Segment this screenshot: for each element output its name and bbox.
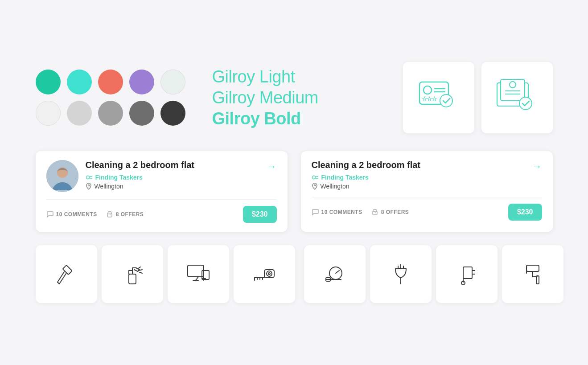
job-card-1-title: Cleaning a 2 bedroom flat (86, 160, 260, 170)
svg-point-18 (312, 176, 315, 179)
font-medium-label: Gilroy Medium (212, 88, 318, 107)
color-palette (36, 70, 185, 126)
job-card-2-status-text: Finding Taskers (321, 174, 369, 181)
icon-card-envelope (481, 62, 553, 133)
job-card-2-location-text: Wellington (321, 183, 350, 190)
color-circle-6 (67, 101, 92, 126)
svg-line-29 (140, 272, 142, 273)
job-card-1-offers: 8 OFFERS (106, 211, 144, 218)
svg-point-38 (268, 273, 270, 275)
job-card-2: Cleaning a 2 bedroom flat Finding Tasker… (301, 151, 553, 232)
job-card-1-location-text: Wellington (95, 183, 123, 190)
svg-point-14 (86, 176, 89, 179)
job-card-2-offers: 8 OFFERS (371, 209, 409, 216)
svg-rect-53 (463, 267, 472, 279)
icon-monitor (168, 245, 229, 303)
svg-rect-61 (536, 276, 539, 284)
job-card-1-location: Wellington (86, 183, 260, 190)
svg-point-5 (440, 94, 452, 107)
color-circle-5 (36, 101, 61, 126)
color-circle-3 (129, 70, 154, 94)
font-light-label: Gilroy Light (212, 67, 318, 86)
svg-point-1 (424, 86, 432, 94)
svg-line-32 (196, 277, 198, 280)
color-circle-8 (129, 101, 154, 126)
icon-hammer (36, 245, 97, 303)
svg-rect-30 (188, 265, 204, 277)
color-circle-1 (67, 70, 92, 94)
icon-grid-section (36, 245, 553, 303)
icon-tape-measure (234, 245, 295, 303)
svg-line-25 (59, 274, 66, 284)
svg-line-45 (336, 271, 339, 273)
color-circle-2 (98, 70, 123, 94)
job-card-1-top: Cleaning a 2 bedroom flat Finding Tasker… (46, 160, 277, 192)
job-card-2-bottom: 10 COMMENTS 8 OFFERS $230 (312, 197, 542, 221)
color-circle-7 (98, 101, 123, 126)
icon-plug (370, 245, 432, 303)
top-section: Gilroy Light Gilroy Medium Gilroy Bold ★… (36, 62, 553, 133)
icon-group-1 (36, 245, 295, 303)
job-card-1-status: Finding Taskers (86, 174, 260, 181)
job-card-1-status-text: Finding Taskers (95, 174, 143, 181)
job-card-2-info: Cleaning a 2 bedroom flat Finding Tasker… (312, 160, 525, 190)
icon-group-2 (304, 245, 563, 303)
job-card-2-title: Cleaning a 2 bedroom flat (312, 160, 525, 170)
svg-line-23 (58, 272, 64, 282)
job-card-1-bottom: 10 COMMENTS 8 OFFERS $230 (46, 199, 277, 223)
svg-point-11 (519, 97, 532, 110)
color-circle-0 (36, 70, 61, 94)
job-card-1-arrow[interactable]: → (267, 161, 277, 172)
icon-pressure-gauge (304, 245, 366, 303)
main-container: Gilroy Light Gilroy Medium Gilroy Bold ★… (27, 53, 562, 312)
icon-cards: ★★★ (403, 62, 553, 133)
svg-text:★★★: ★★★ (422, 96, 437, 102)
job-card-2-top: Cleaning a 2 bedroom flat Finding Tasker… (312, 160, 542, 190)
icon-paint-roller (502, 245, 563, 303)
job-card-2-location: Wellington (312, 183, 525, 190)
job-card-1: Cleaning a 2 bedroom flat Finding Tasker… (36, 151, 288, 232)
icon-spray (102, 245, 163, 303)
svg-rect-26 (129, 274, 136, 284)
color-circle-9 (160, 101, 185, 126)
avatar-1 (46, 160, 78, 192)
job-card-1-price[interactable]: $230 (243, 206, 277, 223)
svg-rect-22 (62, 265, 72, 275)
job-card-2-arrow[interactable]: → (532, 161, 542, 172)
job-cards-section: Cleaning a 2 bedroom flat Finding Tasker… (36, 151, 553, 232)
svg-line-27 (138, 267, 140, 269)
icon-card-review: ★★★ (403, 62, 474, 133)
job-card-2-status: Finding Taskers (312, 174, 525, 181)
job-card-2-comments: 10 COMMENTS (312, 209, 362, 216)
svg-point-17 (88, 185, 89, 186)
job-card-2-price[interactable]: $230 (508, 204, 542, 221)
svg-point-21 (314, 185, 315, 186)
color-circle-4 (160, 70, 185, 94)
svg-rect-7 (501, 79, 525, 101)
svg-rect-58 (526, 265, 539, 271)
font-bold-label: Gilroy Bold (212, 109, 318, 128)
icon-cart (436, 245, 498, 303)
job-card-1-info: Cleaning a 2 bedroom flat Finding Tasker… (86, 160, 260, 190)
typography-section: Gilroy Light Gilroy Medium Gilroy Bold (212, 67, 318, 128)
svg-point-37 (267, 271, 272, 276)
job-card-1-comments: 10 COMMENTS (46, 211, 97, 218)
